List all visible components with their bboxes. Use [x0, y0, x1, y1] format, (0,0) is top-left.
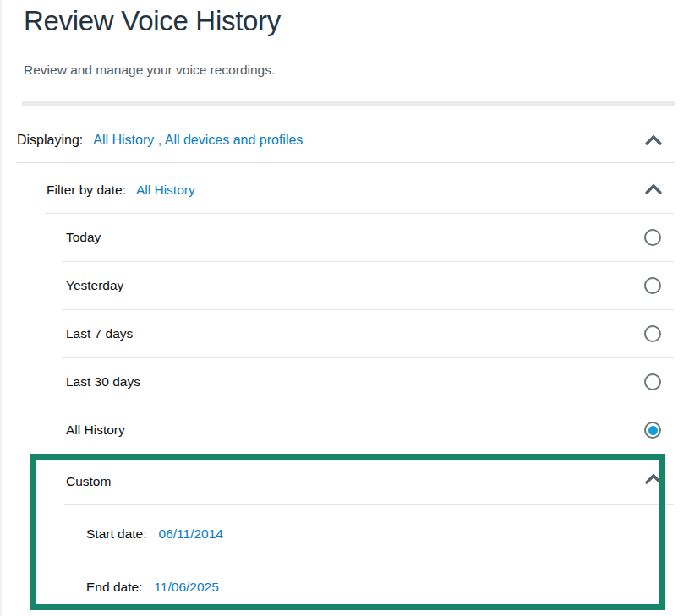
radio-dot [648, 281, 658, 291]
start-date-value-link[interactable]: 06/11/2014 [159, 526, 223, 542]
review-voice-history-page: Review Voice History Review and manage y… [0, 0, 684, 616]
option-label: Last 7 days [66, 326, 133, 341]
radio-button-today[interactable] [644, 229, 661, 246]
end-date-value-link[interactable]: 11/06/2025 [154, 580, 218, 595]
filter-option-yesterday[interactable]: Yesterday [66, 261, 674, 309]
page-title: Review Voice History [24, 5, 281, 37]
start-date-row: Start date: 06/11/2014 [86, 504, 594, 564]
end-date-row: End date: 11/06/2025 [86, 564, 594, 610]
radio-dot [648, 426, 658, 435]
filter-by-date-value-link[interactable]: All History [136, 183, 195, 198]
divider [17, 162, 675, 163]
filter-by-date-label: Filter by date: [47, 183, 126, 198]
radio-button-yesterday[interactable] [644, 277, 661, 294]
filter-option-last-7-days[interactable]: Last 7 days [66, 309, 674, 357]
end-date-label: End date: [86, 580, 142, 595]
option-label: All History [66, 422, 125, 438]
chevron-up-icon[interactable] [644, 183, 663, 195]
filter-option-last-30-days[interactable]: Last 30 days [66, 357, 674, 406]
custom-label: Custom [66, 474, 111, 489]
filter-option-today[interactable]: Today [66, 213, 674, 261]
start-date-label: Start date: [86, 526, 147, 542]
radio-dot [648, 378, 658, 387]
filter-option-custom-header[interactable]: Custom [66, 459, 632, 504]
radio-dot [648, 330, 658, 339]
radio-button-last-7-days[interactable] [644, 325, 661, 342]
chevron-up-icon[interactable] [644, 473, 663, 485]
filter-option-all-history[interactable]: All History [66, 406, 674, 454]
displaying-header[interactable]: Displaying: All History , All devices an… [17, 117, 634, 162]
section-divider-thick [22, 101, 675, 106]
chevron-up-icon[interactable] [644, 134, 663, 146]
radio-button-last-30-days[interactable] [644, 373, 661, 390]
radio-button-all-history-selected[interactable] [644, 422, 661, 439]
option-label: Last 30 days [66, 374, 140, 390]
displaying-value-link[interactable]: All History , All devices and profiles [93, 133, 303, 148]
page-edge-strip [0, 0, 2, 616]
filter-by-date-header[interactable]: Filter by date: All History [47, 166, 634, 213]
option-label: Today [66, 230, 101, 245]
option-label: Yesterday [66, 278, 123, 293]
radio-dot [648, 233, 658, 243]
displaying-label: Displaying: [17, 133, 83, 148]
page-subtitle: Review and manage your voice recordings. [24, 63, 275, 78]
